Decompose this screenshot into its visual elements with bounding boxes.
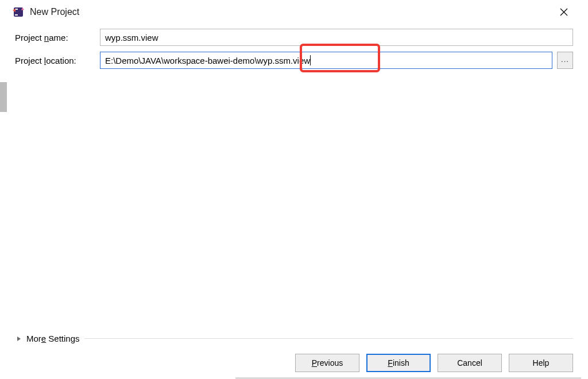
dialog-title: New Project <box>30 7 552 17</box>
form-area: Project name: Project location: E:\Demo\… <box>7 23 581 334</box>
more-settings-label: More Settings <box>26 334 80 343</box>
previous-button[interactable]: Previous <box>295 354 359 372</box>
svg-rect-2 <box>15 14 18 16</box>
background-edge <box>0 82 7 112</box>
text-caret <box>310 55 311 65</box>
browse-location-button[interactable]: ... <box>557 52 573 69</box>
help-button[interactable]: Help <box>509 354 573 372</box>
project-location-input[interactable]: E:\Demo\JAVA\workspace-bawei-demo\wyp.ss… <box>100 52 552 69</box>
project-name-input[interactable] <box>100 29 573 46</box>
chevron-right-icon <box>15 335 23 343</box>
dialog-bottom-area: More Settings Previous Finish Cancel Hel… <box>7 334 581 379</box>
cancel-button[interactable]: Cancel <box>438 354 502 372</box>
new-project-dialog: New Project Project name: Project locati… <box>7 0 581 379</box>
project-location-label: Project location: <box>15 56 100 65</box>
button-row: Previous Finish Cancel Help <box>15 354 573 372</box>
project-name-row: Project name: <box>15 29 573 46</box>
titlebar: New Project <box>7 0 581 23</box>
finish-button[interactable]: Finish <box>366 354 431 372</box>
close-button[interactable] <box>552 3 575 21</box>
intellij-icon <box>13 6 24 18</box>
more-settings-toggle[interactable]: More Settings <box>15 334 573 343</box>
project-name-label: Project name: <box>15 33 100 42</box>
close-icon <box>560 8 568 16</box>
location-path-suffix: wyp.ssm.view <box>257 56 311 65</box>
divider <box>84 338 573 339</box>
project-location-row: Project location: E:\Demo\JAVA\workspace… <box>15 52 573 69</box>
location-path-prefix: E:\Demo\JAVA\workspace-bawei-demo\ <box>105 56 257 65</box>
svg-marker-5 <box>17 337 21 341</box>
